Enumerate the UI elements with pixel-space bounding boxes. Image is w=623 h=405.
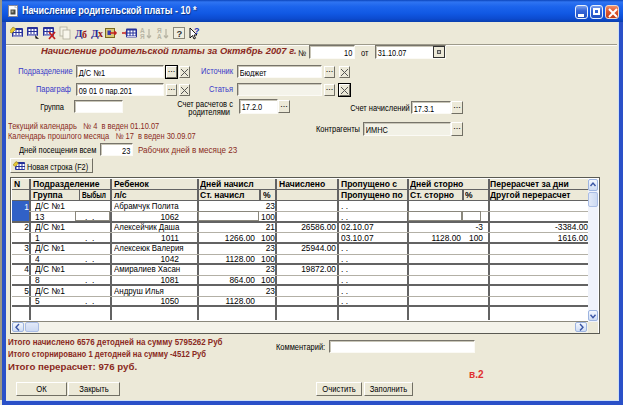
svg-text:б: б (82, 29, 87, 40)
svg-text:А: А (157, 33, 162, 40)
svg-text:?: ? (177, 28, 183, 39)
svg-text:х: х (98, 28, 103, 39)
svg-text:?: ? (194, 26, 200, 36)
svg-text:Я: Я (140, 33, 145, 40)
